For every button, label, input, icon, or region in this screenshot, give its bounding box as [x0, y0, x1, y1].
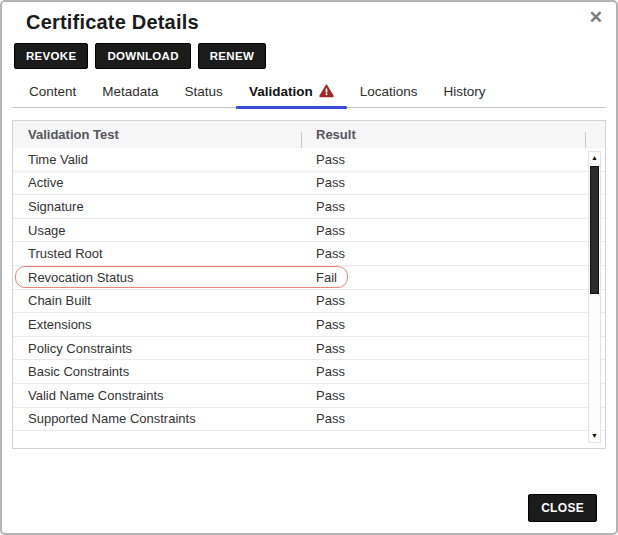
column-header-validation-test: Validation Test: [13, 127, 301, 142]
tab-label: Locations: [360, 84, 418, 99]
table-row[interactable]: Active Pass: [13, 172, 605, 196]
table-row[interactable]: Supported Name Constraints Pass: [13, 408, 605, 432]
certificate-details-dialog: Certificate Details ✕ REVOKE DOWNLOAD RE…: [0, 0, 618, 535]
column-header-result: Result: [301, 127, 605, 142]
table-row[interactable]: Basic Constraints Pass: [13, 360, 605, 384]
table-row[interactable]: Usage Pass: [13, 219, 605, 243]
table-row[interactable]: Signature Pass: [13, 195, 605, 219]
column-divider: [585, 132, 586, 148]
dialog-title: Certificate Details: [26, 11, 602, 34]
validation-results-table: Validation Test Result Time Valid Pass A…: [12, 120, 606, 449]
table-row[interactable]: Policy Constraints Pass: [13, 337, 605, 361]
tab-locations[interactable]: Locations: [347, 77, 431, 107]
tab-content[interactable]: Content: [16, 77, 89, 107]
close-icon[interactable]: ✕: [589, 8, 603, 28]
tab-history[interactable]: History: [430, 77, 498, 107]
column-header-result-label: Result: [316, 127, 356, 142]
dialog-footer: CLOSE: [528, 494, 597, 522]
scroll-up-icon[interactable]: ▲: [589, 153, 600, 163]
cell-test: Supported Name Constraints: [13, 411, 301, 426]
cell-result-fail: Fail: [301, 270, 605, 285]
table-row[interactable]: Time Valid Pass: [13, 148, 605, 172]
dialog-header: Certificate Details ✕: [2, 2, 616, 34]
column-divider: [301, 132, 302, 148]
cell-test: Time Valid: [13, 152, 301, 167]
cell-result: Pass: [301, 246, 605, 261]
action-button-row: REVOKE DOWNLOAD RENEW: [2, 34, 616, 69]
tab-label: Validation: [249, 84, 313, 99]
scrollbar-thumb[interactable]: [590, 166, 599, 294]
table-row-revocation-status-failed[interactable]: Revocation Status Fail: [13, 266, 605, 290]
tab-label: Metadata: [102, 84, 158, 99]
cell-result: Pass: [301, 388, 605, 403]
table-body: Time Valid Pass Active Pass Signature Pa…: [13, 148, 605, 431]
cell-test: Usage: [13, 223, 301, 238]
cell-result: Pass: [301, 199, 605, 214]
warning-triangle-icon: [319, 84, 334, 98]
scroll-down-icon[interactable]: ▼: [589, 431, 600, 441]
cell-result: Pass: [301, 293, 605, 308]
table-scrollbar[interactable]: ▲ ▼: [588, 151, 601, 443]
tab-bar: Content Metadata Status Validation Locat…: [12, 77, 606, 108]
cell-result: Pass: [301, 317, 605, 332]
cell-test: Signature: [13, 199, 301, 214]
cell-test: Revocation Status: [13, 270, 301, 285]
tab-label: Content: [29, 84, 76, 99]
cell-result: Pass: [301, 411, 605, 426]
cell-test: Valid Name Constraints: [13, 388, 301, 403]
tab-status[interactable]: Status: [172, 77, 236, 107]
close-button[interactable]: CLOSE: [528, 494, 597, 522]
renew-button[interactable]: RENEW: [198, 43, 266, 69]
table-row[interactable]: Extensions Pass: [13, 313, 605, 337]
table-row[interactable]: Chain Built Pass: [13, 290, 605, 314]
tab-validation[interactable]: Validation: [236, 77, 347, 107]
tab-label: Status: [185, 84, 223, 99]
cell-result: Pass: [301, 175, 605, 190]
cell-result: Pass: [301, 341, 605, 356]
table-row[interactable]: Valid Name Constraints Pass: [13, 384, 605, 408]
cell-test: Extensions: [13, 317, 301, 332]
download-button[interactable]: DOWNLOAD: [95, 43, 190, 69]
revoke-button[interactable]: REVOKE: [14, 43, 88, 69]
tab-metadata[interactable]: Metadata: [89, 77, 171, 107]
table-header-row: Validation Test Result: [13, 121, 605, 148]
cell-result: Pass: [301, 152, 605, 167]
cell-test: Trusted Root: [13, 246, 301, 261]
cell-result: Pass: [301, 223, 605, 238]
table-row[interactable]: Trusted Root Pass: [13, 242, 605, 266]
cell-test: Active: [13, 175, 301, 190]
tab-label: History: [443, 84, 485, 99]
cell-result: Pass: [301, 364, 605, 379]
cell-test: Policy Constraints: [13, 341, 301, 356]
cell-test: Basic Constraints: [13, 364, 301, 379]
cell-test: Chain Built: [13, 293, 301, 308]
